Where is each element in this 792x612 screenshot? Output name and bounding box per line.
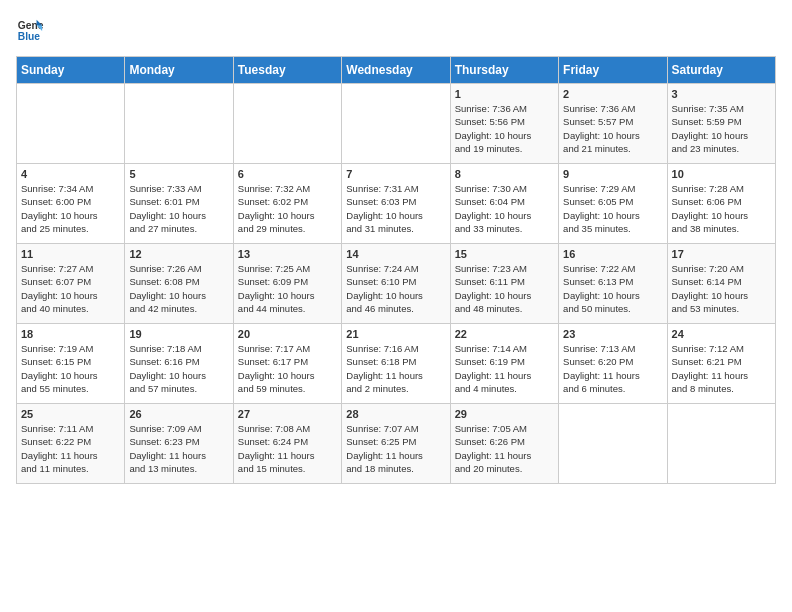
calendar-cell: 3Sunrise: 7:35 AM Sunset: 5:59 PM Daylig… [667, 84, 775, 164]
calendar-cell: 19Sunrise: 7:18 AM Sunset: 6:16 PM Dayli… [125, 324, 233, 404]
calendar-cell: 15Sunrise: 7:23 AM Sunset: 6:11 PM Dayli… [450, 244, 558, 324]
day-info: Sunrise: 7:36 AM Sunset: 5:57 PM Dayligh… [563, 102, 662, 155]
day-number: 17 [672, 248, 771, 260]
day-number: 19 [129, 328, 228, 340]
day-number: 16 [563, 248, 662, 260]
day-number: 15 [455, 248, 554, 260]
day-number: 2 [563, 88, 662, 100]
day-info: Sunrise: 7:16 AM Sunset: 6:18 PM Dayligh… [346, 342, 445, 395]
calendar-cell: 27Sunrise: 7:08 AM Sunset: 6:24 PM Dayli… [233, 404, 341, 484]
day-number: 28 [346, 408, 445, 420]
calendar-cell: 6Sunrise: 7:32 AM Sunset: 6:02 PM Daylig… [233, 164, 341, 244]
calendar-header: SundayMondayTuesdayWednesdayThursdayFrid… [17, 57, 776, 84]
day-number: 26 [129, 408, 228, 420]
svg-text:Blue: Blue [18, 31, 41, 42]
header-cell-thursday: Thursday [450, 57, 558, 84]
calendar-cell: 25Sunrise: 7:11 AM Sunset: 6:22 PM Dayli… [17, 404, 125, 484]
calendar-cell: 1Sunrise: 7:36 AM Sunset: 5:56 PM Daylig… [450, 84, 558, 164]
day-number: 4 [21, 168, 120, 180]
day-number: 22 [455, 328, 554, 340]
calendar-cell: 29Sunrise: 7:05 AM Sunset: 6:26 PM Dayli… [450, 404, 558, 484]
day-info: Sunrise: 7:28 AM Sunset: 6:06 PM Dayligh… [672, 182, 771, 235]
calendar-cell: 22Sunrise: 7:14 AM Sunset: 6:19 PM Dayli… [450, 324, 558, 404]
day-number: 1 [455, 88, 554, 100]
calendar-cell: 12Sunrise: 7:26 AM Sunset: 6:08 PM Dayli… [125, 244, 233, 324]
calendar-cell: 10Sunrise: 7:28 AM Sunset: 6:06 PM Dayli… [667, 164, 775, 244]
header-cell-wednesday: Wednesday [342, 57, 450, 84]
calendar-cell [17, 84, 125, 164]
calendar-cell: 20Sunrise: 7:17 AM Sunset: 6:17 PM Dayli… [233, 324, 341, 404]
day-number: 21 [346, 328, 445, 340]
day-info: Sunrise: 7:25 AM Sunset: 6:09 PM Dayligh… [238, 262, 337, 315]
calendar-body: 1Sunrise: 7:36 AM Sunset: 5:56 PM Daylig… [17, 84, 776, 484]
day-info: Sunrise: 7:23 AM Sunset: 6:11 PM Dayligh… [455, 262, 554, 315]
week-row-5: 25Sunrise: 7:11 AM Sunset: 6:22 PM Dayli… [17, 404, 776, 484]
day-number: 25 [21, 408, 120, 420]
day-info: Sunrise: 7:18 AM Sunset: 6:16 PM Dayligh… [129, 342, 228, 395]
week-row-4: 18Sunrise: 7:19 AM Sunset: 6:15 PM Dayli… [17, 324, 776, 404]
day-info: Sunrise: 7:12 AM Sunset: 6:21 PM Dayligh… [672, 342, 771, 395]
day-info: Sunrise: 7:35 AM Sunset: 5:59 PM Dayligh… [672, 102, 771, 155]
day-info: Sunrise: 7:20 AM Sunset: 6:14 PM Dayligh… [672, 262, 771, 315]
calendar-cell: 11Sunrise: 7:27 AM Sunset: 6:07 PM Dayli… [17, 244, 125, 324]
day-info: Sunrise: 7:32 AM Sunset: 6:02 PM Dayligh… [238, 182, 337, 235]
day-number: 7 [346, 168, 445, 180]
day-info: Sunrise: 7:19 AM Sunset: 6:15 PM Dayligh… [21, 342, 120, 395]
day-info: Sunrise: 7:05 AM Sunset: 6:26 PM Dayligh… [455, 422, 554, 475]
day-number: 13 [238, 248, 337, 260]
header-cell-tuesday: Tuesday [233, 57, 341, 84]
calendar-cell: 21Sunrise: 7:16 AM Sunset: 6:18 PM Dayli… [342, 324, 450, 404]
day-info: Sunrise: 7:33 AM Sunset: 6:01 PM Dayligh… [129, 182, 228, 235]
calendar-cell: 8Sunrise: 7:30 AM Sunset: 6:04 PM Daylig… [450, 164, 558, 244]
header-cell-saturday: Saturday [667, 57, 775, 84]
day-info: Sunrise: 7:36 AM Sunset: 5:56 PM Dayligh… [455, 102, 554, 155]
calendar-cell: 28Sunrise: 7:07 AM Sunset: 6:25 PM Dayli… [342, 404, 450, 484]
calendar-cell: 2Sunrise: 7:36 AM Sunset: 5:57 PM Daylig… [559, 84, 667, 164]
week-row-1: 1Sunrise: 7:36 AM Sunset: 5:56 PM Daylig… [17, 84, 776, 164]
day-number: 5 [129, 168, 228, 180]
day-info: Sunrise: 7:07 AM Sunset: 6:25 PM Dayligh… [346, 422, 445, 475]
day-info: Sunrise: 7:26 AM Sunset: 6:08 PM Dayligh… [129, 262, 228, 315]
day-info: Sunrise: 7:09 AM Sunset: 6:23 PM Dayligh… [129, 422, 228, 475]
header-row: SundayMondayTuesdayWednesdayThursdayFrid… [17, 57, 776, 84]
day-number: 14 [346, 248, 445, 260]
calendar-cell: 24Sunrise: 7:12 AM Sunset: 6:21 PM Dayli… [667, 324, 775, 404]
day-info: Sunrise: 7:17 AM Sunset: 6:17 PM Dayligh… [238, 342, 337, 395]
day-number: 29 [455, 408, 554, 420]
day-number: 9 [563, 168, 662, 180]
day-info: Sunrise: 7:08 AM Sunset: 6:24 PM Dayligh… [238, 422, 337, 475]
logo-icon: General Blue [16, 16, 44, 44]
day-number: 6 [238, 168, 337, 180]
calendar-cell: 17Sunrise: 7:20 AM Sunset: 6:14 PM Dayli… [667, 244, 775, 324]
day-info: Sunrise: 7:22 AM Sunset: 6:13 PM Dayligh… [563, 262, 662, 315]
calendar-cell [233, 84, 341, 164]
calendar-table: SundayMondayTuesdayWednesdayThursdayFrid… [16, 56, 776, 484]
day-info: Sunrise: 7:11 AM Sunset: 6:22 PM Dayligh… [21, 422, 120, 475]
page-header: General Blue [16, 16, 776, 44]
day-number: 3 [672, 88, 771, 100]
day-number: 27 [238, 408, 337, 420]
day-number: 8 [455, 168, 554, 180]
calendar-cell [125, 84, 233, 164]
calendar-cell: 23Sunrise: 7:13 AM Sunset: 6:20 PM Dayli… [559, 324, 667, 404]
day-number: 12 [129, 248, 228, 260]
calendar-cell: 9Sunrise: 7:29 AM Sunset: 6:05 PM Daylig… [559, 164, 667, 244]
calendar-cell: 26Sunrise: 7:09 AM Sunset: 6:23 PM Dayli… [125, 404, 233, 484]
calendar-cell: 5Sunrise: 7:33 AM Sunset: 6:01 PM Daylig… [125, 164, 233, 244]
calendar-cell: 13Sunrise: 7:25 AM Sunset: 6:09 PM Dayli… [233, 244, 341, 324]
calendar-cell: 18Sunrise: 7:19 AM Sunset: 6:15 PM Dayli… [17, 324, 125, 404]
day-number: 10 [672, 168, 771, 180]
day-info: Sunrise: 7:29 AM Sunset: 6:05 PM Dayligh… [563, 182, 662, 235]
calendar-cell [667, 404, 775, 484]
header-cell-sunday: Sunday [17, 57, 125, 84]
day-info: Sunrise: 7:30 AM Sunset: 6:04 PM Dayligh… [455, 182, 554, 235]
day-number: 23 [563, 328, 662, 340]
day-info: Sunrise: 7:14 AM Sunset: 6:19 PM Dayligh… [455, 342, 554, 395]
day-info: Sunrise: 7:27 AM Sunset: 6:07 PM Dayligh… [21, 262, 120, 315]
calendar-cell: 16Sunrise: 7:22 AM Sunset: 6:13 PM Dayli… [559, 244, 667, 324]
day-number: 18 [21, 328, 120, 340]
day-number: 24 [672, 328, 771, 340]
header-cell-monday: Monday [125, 57, 233, 84]
day-number: 20 [238, 328, 337, 340]
header-cell-friday: Friday [559, 57, 667, 84]
